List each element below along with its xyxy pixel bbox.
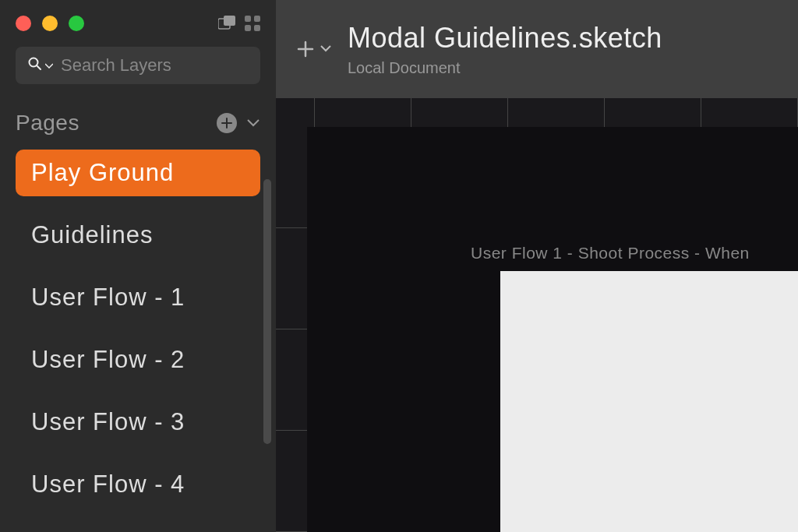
sidebar-grid-icon[interactable] [245,16,260,31]
document-title: Modal Guidelines.sketch [348,22,662,55]
add-page-button[interactable] [217,113,237,133]
artboard[interactable] [500,271,798,532]
pages-section-title: Pages [16,111,79,136]
vertical-ruler[interactable] [276,127,307,532]
sidebar: Pages Play Ground Guidelines User Flow -… [0,0,276,532]
page-item-user-flow-4[interactable]: User Flow - 4 [16,461,260,508]
page-item-play-ground[interactable]: Play Ground [16,150,260,196]
close-window-button[interactable] [16,16,31,31]
svg-rect-4 [245,25,251,31]
sidebar-scrollbar[interactable] [263,179,271,444]
page-item-user-flow-1[interactable]: User Flow - 1 [16,274,260,321]
page-item-guidelines[interactable]: Guidelines [16,212,260,259]
window-traffic-lights [16,16,84,31]
svg-rect-1 [224,16,235,26]
sidebar-overlap-icon[interactable] [218,16,237,31]
page-item-user-flow-3[interactable]: User Flow - 3 [16,399,260,446]
search-dropdown-icon[interactable] [45,58,53,72]
main-area: Modal Guidelines.sketch Local Document U… [276,0,798,532]
horizontal-ruler[interactable] [276,98,798,127]
svg-rect-2 [245,16,251,22]
svg-rect-5 [254,25,260,31]
search-icon [28,57,42,74]
search-input-field[interactable] [61,55,248,76]
canvas[interactable]: User Flow 1 - Shoot Process - When [276,127,798,532]
svg-line-7 [37,65,41,69]
page-item-user-flow-2[interactable]: User Flow - 2 [16,336,260,383]
document-subtitle: Local Document [348,59,662,77]
document-header: Modal Guidelines.sketch Local Document [276,0,798,98]
search-layers-input[interactable] [16,47,260,84]
svg-rect-3 [254,16,260,22]
pages-collapse-toggle[interactable] [246,118,260,128]
maximize-window-button[interactable] [69,16,84,31]
page-list: Play Ground Guidelines User Flow - 1 Use… [0,150,276,508]
minimize-window-button[interactable] [42,16,58,31]
artboard-label[interactable]: User Flow 1 - Shoot Process - When [471,244,750,262]
add-tab-button[interactable] [296,40,332,58]
